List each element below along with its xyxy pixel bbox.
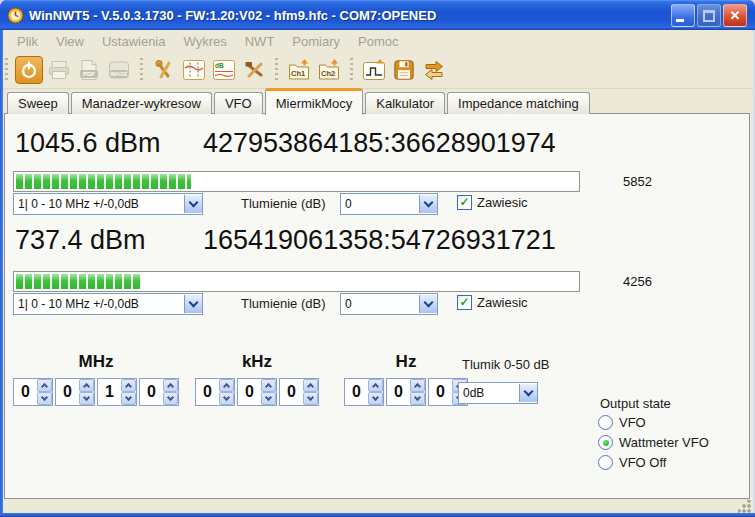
spin-up-button[interactable] [303,379,318,392]
dropdown-arrow-icon[interactable] [419,295,437,313]
transfer-button[interactable] [420,56,448,84]
digit-value: 0 [140,379,163,405]
toolbar-handle[interactable] [140,58,143,82]
radio-icon[interactable] [598,415,613,430]
maximize-button[interactable] [697,4,721,27]
tab-label: Kalkulator [376,96,434,111]
radio-wattmeter-vfo[interactable]: Wattmeter VFO [598,435,709,450]
toolbar-handle[interactable] [350,58,353,82]
minimize-button[interactable] [671,4,695,27]
spin-down-button[interactable] [163,392,178,405]
toolbar-handle[interactable] [5,58,8,82]
spin-up-button[interactable] [219,379,234,392]
checkbox-icon[interactable] [457,295,472,310]
khz-digit-spinner-2[interactable]: 0 [237,378,277,406]
hold-checkbox-row-1[interactable]: Zawiesic [457,195,528,210]
power-icon [19,60,39,80]
spin-down-button[interactable] [219,392,234,405]
status-bar [3,498,753,514]
freq-group-label: MHz [13,352,179,372]
menu-nwt[interactable]: NWT [237,32,283,51]
attenuator-select[interactable]: 0dB [458,382,538,404]
range-select-1[interactable]: 1| 0 - 10 MHz +/-0,0dB [13,193,203,215]
load-channel2-button[interactable]: Ch2 [315,56,343,84]
title-bar[interactable]: WinNWT5 - V.5.0.3.1730 - FW:1.20:V02 - h… [0,0,755,30]
app-window: WinNWT5 - V.5.0.3.1730 - FW:1.20:V02 - h… [0,0,755,517]
spin-down-button[interactable] [37,392,52,405]
menu-pomiary[interactable]: Pomiary [284,32,348,51]
menu-wykres[interactable]: Wykres [176,32,235,51]
mhz-digit-spinner-1[interactable]: 0 [13,378,53,406]
settings-button[interactable] [150,56,178,84]
dropdown-arrow-icon[interactable] [184,295,202,313]
mhz-digit-spinner-3[interactable]: 1 [97,378,137,406]
spin-up-button[interactable] [261,379,276,392]
radio-icon[interactable] [598,435,613,450]
spin-down-button[interactable] [261,392,276,405]
radio-icon[interactable] [598,455,613,470]
dropdown-arrow-icon[interactable] [519,384,537,402]
menu-ustawienia[interactable]: Ustawienia [94,32,174,51]
freq-group-khz: kHz 0 0 0 [195,352,319,406]
spin-up-button[interactable] [163,379,178,392]
radio-vfo[interactable]: VFO [598,415,646,430]
menu-view[interactable]: View [48,32,92,51]
spin-up-button[interactable] [37,379,52,392]
power-button[interactable] [15,56,43,84]
calibration-button[interactable] [240,56,268,84]
tab-manadzer-wykresow[interactable]: Manadzer-wykresow [71,92,212,114]
image-icon: IMAGE [107,58,131,82]
khz-digit-spinner-3[interactable]: 0 [279,378,319,406]
spin-down-button[interactable] [121,392,136,405]
hold-checkbox-label: Zawiesic [477,295,528,310]
tab-miermikmocy[interactable]: MiermikMocy [265,88,364,115]
spin-up-button[interactable] [79,379,94,392]
checkbox-icon[interactable] [457,195,472,210]
ch2-folder-icon: Ch2 [317,58,341,82]
save-button[interactable] [390,56,418,84]
digit-value: 0 [387,379,410,405]
toolbar-handle[interactable] [275,58,278,82]
db-scale-button[interactable]: dB [210,56,238,84]
dropdown-arrow-icon[interactable] [419,195,437,213]
attenuation-select-1[interactable]: 0 [340,193,438,215]
hz-digit-spinner-1[interactable]: 0 [344,378,384,406]
export-pdf-button[interactable]: PDF [75,56,103,84]
mhz-digit-spinner-4[interactable]: 0 [139,378,179,406]
tab-vfo[interactable]: VFO [214,92,263,114]
radio-vfo-off[interactable]: VFO Off [598,455,666,470]
resize-grip[interactable] [738,500,751,513]
tab-kalkulator[interactable]: Kalkulator [365,92,445,114]
printer-icon [47,58,71,82]
menu-plik[interactable]: Plik [9,32,46,51]
spin-up-button[interactable] [368,379,383,392]
toolbar: PDF IMAGE [3,52,753,89]
hz-digit-spinner-2[interactable]: 0 [386,378,426,406]
tab-bar: Sweep Manadzer-wykresow VFO MiermikMocy … [7,89,592,114]
digit-value: 1 [98,379,121,405]
dropdown-arrow-icon[interactable] [184,195,202,213]
export-image-button[interactable]: IMAGE [105,56,133,84]
spin-down-button[interactable] [79,392,94,405]
sweep-settings-button[interactable] [180,56,208,84]
mhz-digit-spinner-2[interactable]: 0 [55,378,95,406]
spin-down-button[interactable] [303,392,318,405]
spin-down-button[interactable] [410,392,425,405]
spin-up-button[interactable] [410,379,425,392]
print-button[interactable] [45,56,73,84]
close-button[interactable]: ✕ [723,4,747,27]
spin-down-button[interactable] [368,392,383,405]
freq-group-hz: Hz 0 0 0 [344,352,468,406]
khz-digit-spinner-1[interactable]: 0 [195,378,235,406]
spin-up-button[interactable] [121,379,136,392]
counter-value-1: 427953864185:366289019742: [203,128,555,159]
load-channel1-button[interactable]: Ch1 [285,56,313,84]
load-curve-button[interactable] [360,56,388,84]
range-select-2[interactable]: 1| 0 - 10 MHz +/-0,0dB [13,293,203,315]
tab-sweep[interactable]: Sweep [7,92,69,114]
app-icon [7,7,24,24]
menu-pomoc[interactable]: Pomoc [350,32,406,51]
attenuation-select-2[interactable]: 0 [340,293,438,315]
hold-checkbox-row-2[interactable]: Zawiesic [457,295,528,310]
tab-impedance-matching[interactable]: Impedance matching [447,92,590,114]
